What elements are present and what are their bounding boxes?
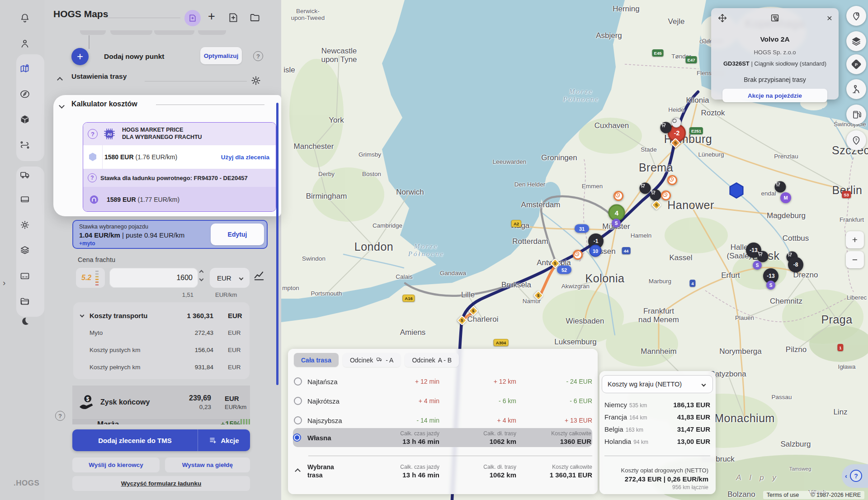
panel-scrollbar[interactable] bbox=[276, 103, 278, 385]
optimize-button[interactable]: Optymalizuj bbox=[200, 47, 242, 64]
map-marker-ps[interactable]: S bbox=[766, 281, 775, 290]
question-icon[interactable]: ? bbox=[88, 129, 98, 139]
compass-icon[interactable] bbox=[19, 89, 30, 100]
profile-icon[interactable] bbox=[19, 38, 30, 49]
add-order-tms-button[interactable]: Dodaj zlecenie do TMS bbox=[72, 429, 198, 451]
dark-mode-moon-icon[interactable] bbox=[19, 316, 30, 327]
edit-rate-button[interactable]: Edytuj bbox=[211, 224, 264, 245]
more-actions-button[interactable]: Akcje bbox=[198, 429, 250, 451]
help-poi-button[interactable]: ? bbox=[846, 130, 866, 150]
cost-row-3: Koszty pełnych km931,84EUR bbox=[73, 360, 250, 374]
zoom-in-button[interactable]: + bbox=[846, 231, 864, 248]
divider bbox=[308, 456, 592, 456]
map-marker-ps[interactable]: S bbox=[612, 219, 621, 228]
package-icon[interactable] bbox=[19, 114, 30, 125]
route-option-najszybsza[interactable]: Najszybsza- 14 min+ 4 km+ 13 EUR bbox=[294, 412, 592, 429]
cost-row-total: Koszty transportu1 360,31EUR bbox=[73, 309, 250, 322]
tab-odcinek-A-B[interactable]: OdcinekA - B bbox=[405, 353, 459, 367]
map-marker-cart[interactable] bbox=[660, 122, 672, 133]
publish-exchange-button[interactable]: Wystaw na giełdę bbox=[165, 457, 250, 472]
map-marker-refresh[interactable] bbox=[671, 118, 681, 128]
documents-folder-icon[interactable] bbox=[19, 296, 30, 307]
save-file-icon[interactable] bbox=[227, 12, 239, 24]
currency-select[interactable]: EUR bbox=[210, 268, 250, 288]
help-widget[interactable]: ‹ ? bbox=[842, 464, 868, 488]
settings-gear-icon[interactable] bbox=[19, 219, 30, 230]
ai-assist-button[interactable] bbox=[184, 10, 201, 26]
parking-poi-button[interactable]: P bbox=[846, 54, 866, 74]
tab-odcinek--A[interactable]: Odcinek- A bbox=[343, 353, 401, 367]
billing-card-icon[interactable] bbox=[19, 271, 30, 281]
vehicle-details-icon[interactable] bbox=[770, 13, 780, 23]
map-marker-pill[interactable]: 31 bbox=[575, 224, 589, 233]
radio-own[interactable] bbox=[293, 433, 301, 442]
vehicle-actions-button[interactable]: Akcje na pojeździe bbox=[722, 89, 827, 102]
map-marker-cart[interactable] bbox=[775, 181, 786, 193]
layers-stack-icon[interactable] bbox=[19, 244, 30, 255]
radio[interactable] bbox=[294, 416, 302, 424]
map-marker-blue[interactable]: 10 bbox=[590, 245, 602, 257]
radio[interactable] bbox=[294, 377, 302, 386]
map-marker-cart[interactable] bbox=[650, 190, 661, 201]
radio[interactable] bbox=[294, 397, 302, 405]
map-marker-cart[interactable] bbox=[640, 183, 651, 194]
price-history-chart-icon[interactable] bbox=[253, 270, 265, 281]
svg-text:$: $ bbox=[86, 396, 90, 402]
collapse-icon[interactable] bbox=[80, 313, 85, 318]
map-layers-button[interactable] bbox=[846, 31, 866, 51]
open-folder-icon[interactable] bbox=[249, 12, 261, 24]
price-stepper[interactable] bbox=[200, 271, 203, 281]
route-option-najkrótsza[interactable]: Najkrótsza+ 4 min- 6 km- 6 EUR bbox=[294, 392, 592, 410]
collapse-icon[interactable] bbox=[295, 468, 301, 474]
vehicle-route-note: Brak przypisanej trasy bbox=[711, 76, 839, 83]
add-icon[interactable]: + bbox=[208, 10, 215, 24]
map-marker-pill[interactable]: 52 bbox=[557, 266, 571, 274]
step-up-icon[interactable] bbox=[199, 270, 204, 275]
send-to-driver-button[interactable]: Wyślij do kierowcy bbox=[72, 457, 160, 472]
map-marker-clock[interactable] bbox=[613, 191, 623, 201]
route-option-own[interactable]: Własna Całk. czas jazdy13 h 46 min Całk.… bbox=[293, 428, 592, 447]
map-marker-dark[interactable]: -8 bbox=[788, 257, 803, 272]
freight-price-input[interactable]: 1600 bbox=[109, 268, 198, 288]
question-icon[interactable]: ? bbox=[88, 173, 97, 182]
app-window: Berwick- upon-TweedNewcastle upon Tyneis… bbox=[0, 0, 868, 500]
fuel-poi-button[interactable] bbox=[846, 105, 866, 124]
terms-link[interactable]: Terms of use bbox=[767, 492, 799, 498]
vehicle-company: HOGS Sp. z.o.o bbox=[711, 49, 839, 56]
route-option-najtańsza[interactable]: Najtańsza+ 12 min+ 12 km- 24 EUR bbox=[294, 373, 592, 390]
route-settings-gear-icon[interactable] bbox=[250, 75, 262, 86]
country-costs-dropdown[interactable]: Koszty wg kraju (NETTO) bbox=[602, 375, 713, 393]
use-for-order-link[interactable]: Użyj dla zlecenia bbox=[221, 154, 269, 161]
add-point-button[interactable]: + bbox=[71, 48, 89, 65]
notifications-bell-icon[interactable] bbox=[19, 13, 30, 24]
toll-link[interactable]: +myto bbox=[79, 240, 95, 247]
map-marker-pm[interactable]: M bbox=[780, 192, 791, 203]
tab-cała-trasa[interactable]: Cała trasa bbox=[294, 353, 339, 367]
fleet-truck-icon[interactable] bbox=[19, 169, 30, 180]
route-planner-icon[interactable] bbox=[19, 139, 30, 150]
score-gauge-icon bbox=[95, 271, 99, 286]
zoom-out-button[interactable]: − bbox=[846, 251, 864, 268]
roadworks-poi-button[interactable] bbox=[846, 79, 866, 99]
help-icon[interactable]: ? bbox=[253, 51, 263, 61]
expand-icon[interactable] bbox=[59, 103, 65, 109]
sparkle-icon bbox=[188, 14, 197, 23]
terminal-icon[interactable] bbox=[19, 194, 30, 205]
svg-text:P: P bbox=[855, 62, 858, 67]
close-icon[interactable]: × bbox=[827, 13, 832, 23]
cost-row-2: Koszty pustych km156,04EUR bbox=[73, 343, 250, 357]
collapse-icon[interactable] bbox=[57, 77, 63, 83]
expand-panel-icon[interactable]: › bbox=[3, 278, 5, 288]
clear-form-button[interactable]: Wyczyść formularz ładunku bbox=[72, 476, 250, 491]
maps-icon[interactable] bbox=[19, 63, 30, 74]
map-marker-clock[interactable] bbox=[667, 175, 677, 185]
map-marker-clock[interactable] bbox=[661, 190, 671, 200]
map-marker-hex[interactable] bbox=[727, 181, 745, 200]
map-marker-clock[interactable] bbox=[573, 250, 583, 260]
map-marker-sh-r: S3 bbox=[842, 191, 851, 198]
poi-history-button[interactable] bbox=[846, 6, 866, 26]
route-options-panel: Cała trasaOdcinek- AOdcinekA - B Najtańs… bbox=[288, 349, 598, 494]
map-marker-ps[interactable]: S bbox=[753, 261, 762, 270]
step-down-icon[interactable] bbox=[199, 277, 204, 281]
move-icon[interactable] bbox=[717, 13, 727, 23]
